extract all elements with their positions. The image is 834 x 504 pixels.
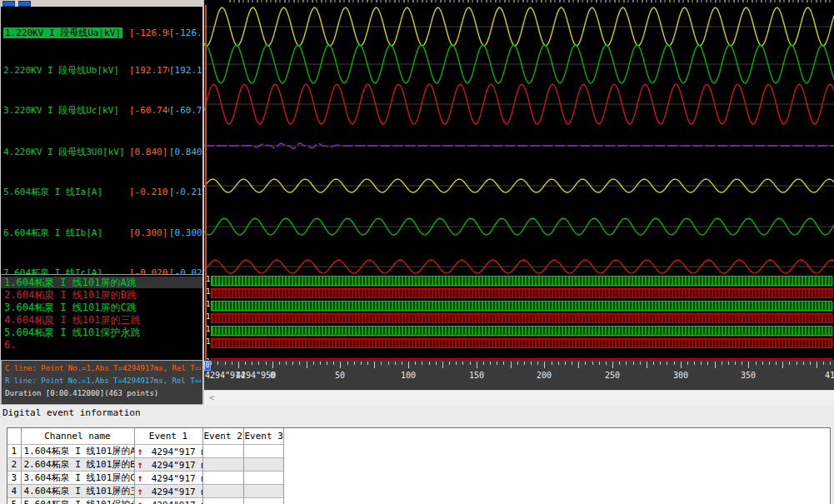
ruler-tick xyxy=(626,362,627,365)
ruler-tick xyxy=(782,362,783,368)
event-row-number: 5 xyxy=(7,498,21,504)
event-table-header-row: Channel nameEvent 1Event 2Event 3 xyxy=(7,428,830,445)
ruler-tick xyxy=(647,362,647,368)
ruler-tick xyxy=(687,362,688,365)
ruler-tick xyxy=(503,362,504,365)
event1-cell: ↑4294"917 ms xyxy=(134,472,202,485)
ruler-tick xyxy=(524,362,525,365)
digital-channel-row[interactable]: 5.604柘泉 I 线101保护永跳 xyxy=(1,327,203,338)
ruler-tick xyxy=(340,362,341,368)
digital-channel-row[interactable]: 3.604柘泉 I 线101屏的C跳 xyxy=(1,302,203,313)
digital-trace-bar xyxy=(211,276,832,286)
ruler-tick xyxy=(462,362,463,365)
event-row-number: 1 xyxy=(7,445,21,458)
ruler-time-label: 100 xyxy=(401,371,416,380)
event-channel-name: 4.604柘泉 I 线101屏的三跳 xyxy=(21,485,134,498)
analog-channel-label: 2.220KV I 段母线Ub[kV] xyxy=(1,65,129,77)
ruler-tick xyxy=(408,362,409,368)
ruler-tick xyxy=(640,362,641,365)
analog-channel-row[interactable]: 1.220KV I 段母线Ua[kV][-126.980][-126.980] xyxy=(1,27,203,39)
ruler-tick xyxy=(252,362,252,365)
ruler-tick xyxy=(797,362,797,365)
analog-waveforms[interactable] xyxy=(204,0,834,275)
event3-cell xyxy=(243,498,283,504)
ruler-tick xyxy=(388,362,389,365)
scroll-left-arrow-icon[interactable]: < xyxy=(206,392,217,404)
r-cursor-value: [-126.980] xyxy=(169,27,203,39)
event-table-row[interactable]: 22.604柘泉 I 线101屏的B跳↑4294"917 ms xyxy=(7,458,830,472)
ruler-tick xyxy=(245,362,246,365)
ruler-tick xyxy=(511,362,512,368)
ruler-tick xyxy=(402,362,402,365)
horizontal-scrollbar[interactable]: < xyxy=(204,390,834,405)
ruler-time-label: 41 xyxy=(825,371,834,380)
ruler-tick xyxy=(238,362,239,368)
toolbar-button-1-icon[interactable] xyxy=(2,1,15,7)
waveform-plot-area[interactable]: 1111111 0 4294"9144294"95005010015020025… xyxy=(204,0,834,405)
ruler-tick xyxy=(490,362,491,365)
ruler-tick xyxy=(531,362,532,365)
ruler-tick xyxy=(748,362,749,368)
c-cursor-line[interactable] xyxy=(205,5,207,360)
event-table-header xyxy=(7,428,21,445)
event-time: 4294"917 ms xyxy=(152,500,202,504)
event-time: 4294"917 ms xyxy=(152,447,202,457)
c-cursor-value: [0.300] xyxy=(129,227,169,239)
digital-trace-bar xyxy=(211,338,832,348)
event-row-number: 3 xyxy=(7,472,21,485)
analog-channel-row[interactable]: 6.604柘泉 I 线Ib[A][0.300][0.300] xyxy=(1,227,203,239)
event-table-container: Channel nameEvent 1Event 2Event 3 11.604… xyxy=(7,427,831,504)
toolbar-button-2-icon[interactable] xyxy=(18,1,31,7)
ruler-time-label: 0 xyxy=(270,371,275,380)
ruler-tick xyxy=(483,362,484,365)
event-table-row[interactable]: 33.604柘泉 I 线101屏的C跳↑4294"917 ms xyxy=(7,472,830,485)
ruler-tick xyxy=(217,362,218,365)
ruler-tick xyxy=(735,362,736,365)
digital-channel-row[interactable]: 2.604柘泉 I 线101屏的B跳 xyxy=(1,289,203,301)
channel-label-panel: 1.220KV I 段母线Ua[kV][-126.980][-126.980]2… xyxy=(0,0,202,405)
ruler-tick xyxy=(612,362,613,368)
event-row-number: 4 xyxy=(7,485,21,498)
ruler-tick xyxy=(537,362,538,365)
ruler-tick xyxy=(232,362,232,365)
event-table-row[interactable]: 44.604柘泉 I 线101屏的三跳↑4294"917 ms xyxy=(7,485,830,498)
digital-channel-row[interactable]: 6. xyxy=(1,339,203,351)
ruler-tick xyxy=(619,362,620,365)
event-channel-name: 3.604柘泉 I 线101屏的C跳 xyxy=(21,472,134,485)
ruler-tick xyxy=(558,362,559,365)
r-cursor-value: [-60.740] xyxy=(169,105,203,117)
digital-channel-row[interactable]: 1.604柘泉 I 线101屏的A跳 xyxy=(1,277,203,288)
event-channel-name: 5.604柘泉 I 线101保护永跳 xyxy=(21,498,134,504)
digital-channel-row[interactable]: 4.604柘泉 I 线101屏的三跳 xyxy=(1,314,203,326)
ruler-tick xyxy=(633,362,634,365)
ruler-tick xyxy=(286,362,287,365)
analog-channel-row[interactable]: 3.220KV I 段母线Uc[kV][-60.740][-60.740] xyxy=(1,105,203,117)
ruler-tick xyxy=(422,362,422,365)
c-cursor-value: [-0.210] xyxy=(129,187,169,198)
event-time: 4294"917 ms xyxy=(152,460,202,471)
ruler-tick xyxy=(544,362,545,368)
digital-trace-bar xyxy=(211,301,832,311)
ruler-tick xyxy=(667,362,667,365)
analog-channel-row[interactable]: 5.604柘泉 I 线Ia[A][-0.210][-0.210] xyxy=(1,187,203,198)
rising-edge-arrow-icon: ↑ xyxy=(137,499,143,504)
ruler-tick xyxy=(762,362,763,365)
event-table-header: Event 2 xyxy=(202,428,243,445)
analog-channel-row[interactable]: 4.220KV I 段母线3U0[kV][0.840][0.840] xyxy=(1,147,203,158)
analog-channel-row[interactable]: 2.220KV I 段母线Ub[kV][192.170][192.170] xyxy=(1,65,203,77)
event1-cell: ↑4294"917 ms xyxy=(134,458,202,472)
ruler-tick xyxy=(599,362,600,365)
time-axis-ruler[interactable]: 0 4294"9144294"9500501001502002503003504… xyxy=(204,360,834,390)
ruler-tick xyxy=(653,362,654,365)
analog-channel-label: 4.220KV I 段母线3U0[kV] xyxy=(1,147,129,158)
ruler-tick xyxy=(776,362,777,365)
rising-edge-arrow-icon: ↑ xyxy=(137,472,143,484)
c-line-status: C line: Point No.=1,Abs T=4294917ms, Rel… xyxy=(5,364,201,372)
analog-channel-label: 6.604柘泉 I 线Ib[A] xyxy=(1,227,129,239)
rising-edge-arrow-icon: ↑ xyxy=(137,446,143,457)
ruler-tick xyxy=(320,362,321,365)
event-table-row[interactable]: 55.604柘泉 I 线101保护永跳↑4294"917 ms xyxy=(7,498,830,504)
event-table-row[interactable]: 11.604柘泉 I 线101屏的A跳↑4294"917 ms xyxy=(7,445,830,458)
event2-cell xyxy=(202,458,243,472)
cursor-position-marker[interactable]: 0 xyxy=(204,361,211,371)
